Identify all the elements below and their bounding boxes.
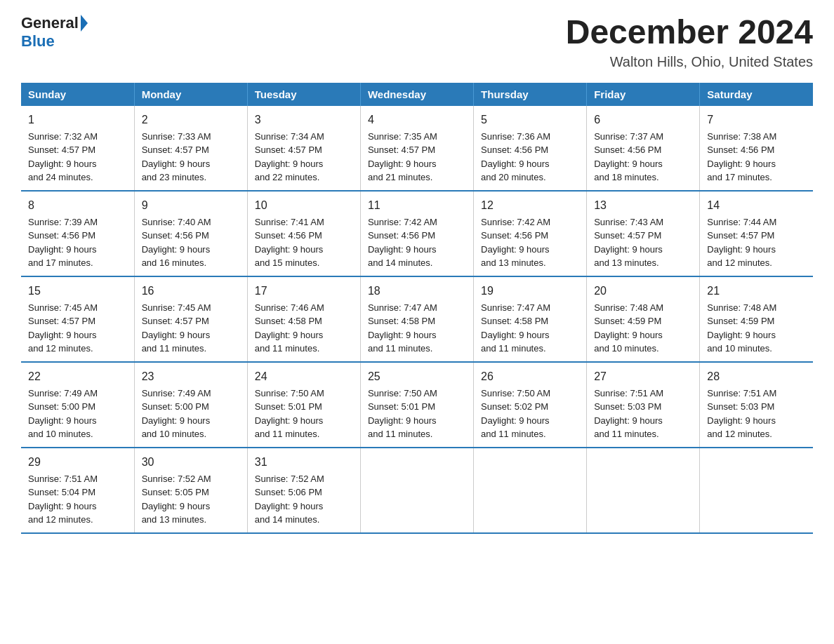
calendar-day-cell <box>587 448 700 533</box>
calendar-day-cell: 14Sunrise: 7:44 AMSunset: 4:57 PMDayligh… <box>700 191 813 276</box>
day-number: 3 <box>255 112 353 128</box>
day-info: Sunrise: 7:50 AMSunset: 5:01 PMDaylight:… <box>255 387 353 441</box>
weekday-header: Sunday <box>21 83 134 106</box>
day-info: Sunrise: 7:32 AMSunset: 4:57 PMDaylight:… <box>28 130 127 185</box>
day-number: 31 <box>255 454 353 471</box>
day-number: 16 <box>142 283 240 300</box>
day-number: 14 <box>707 197 806 214</box>
day-number: 22 <box>28 368 127 385</box>
day-info: Sunrise: 7:51 AMSunset: 5:04 PMDaylight:… <box>28 472 127 527</box>
calendar-week-row: 29Sunrise: 7:51 AMSunset: 5:04 PMDayligh… <box>21 448 813 533</box>
day-info: Sunrise: 7:49 AMSunset: 5:00 PMDaylight:… <box>28 387 127 441</box>
calendar-day-cell: 13Sunrise: 7:43 AMSunset: 4:57 PMDayligh… <box>587 191 700 276</box>
day-number: 18 <box>368 283 466 300</box>
day-info: Sunrise: 7:44 AMSunset: 4:57 PMDaylight:… <box>707 215 806 270</box>
day-number: 23 <box>142 368 240 385</box>
page-header: General Blue December 2024 Walton Hills,… <box>21 14 813 70</box>
day-number: 8 <box>28 197 127 214</box>
calendar-day-cell: 18Sunrise: 7:47 AMSunset: 4:58 PMDayligh… <box>360 276 473 362</box>
day-info: Sunrise: 7:51 AMSunset: 5:03 PMDaylight:… <box>594 387 692 441</box>
calendar-day-cell: 8Sunrise: 7:39 AMSunset: 4:56 PMDaylight… <box>21 191 134 276</box>
calendar-day-cell: 15Sunrise: 7:45 AMSunset: 4:57 PMDayligh… <box>21 276 134 362</box>
day-number: 28 <box>707 368 806 385</box>
calendar-day-cell <box>700 448 813 533</box>
day-number: 17 <box>255 283 353 300</box>
day-number: 26 <box>481 368 579 385</box>
day-info: Sunrise: 7:42 AMSunset: 4:56 PMDaylight:… <box>368 215 466 270</box>
calendar-day-cell: 2Sunrise: 7:33 AMSunset: 4:57 PMDaylight… <box>134 106 247 191</box>
calendar-day-cell: 19Sunrise: 7:47 AMSunset: 4:58 PMDayligh… <box>474 276 587 362</box>
day-number: 24 <box>255 368 353 385</box>
day-number: 12 <box>481 197 579 214</box>
weekday-header: Thursday <box>474 83 587 106</box>
day-number: 6 <box>594 112 692 128</box>
calendar-day-cell: 31Sunrise: 7:52 AMSunset: 5:06 PMDayligh… <box>247 448 360 533</box>
day-info: Sunrise: 7:41 AMSunset: 4:56 PMDaylight:… <box>255 215 353 270</box>
day-info: Sunrise: 7:48 AMSunset: 4:59 PMDaylight:… <box>594 301 692 356</box>
calendar-day-cell: 11Sunrise: 7:42 AMSunset: 4:56 PMDayligh… <box>360 191 473 276</box>
day-info: Sunrise: 7:38 AMSunset: 4:56 PMDaylight:… <box>707 130 806 185</box>
day-info: Sunrise: 7:37 AMSunset: 4:56 PMDaylight:… <box>594 130 692 185</box>
weekday-header: Monday <box>134 83 247 106</box>
day-info: Sunrise: 7:33 AMSunset: 4:57 PMDaylight:… <box>142 130 240 185</box>
logo-general-text: General <box>21 14 79 32</box>
calendar-day-cell: 21Sunrise: 7:48 AMSunset: 4:59 PMDayligh… <box>700 276 813 362</box>
weekday-header: Saturday <box>700 83 813 106</box>
weekday-header: Tuesday <box>247 83 360 106</box>
day-info: Sunrise: 7:40 AMSunset: 4:56 PMDaylight:… <box>142 215 240 270</box>
calendar-day-cell: 26Sunrise: 7:50 AMSunset: 5:02 PMDayligh… <box>474 362 587 448</box>
location-subtitle: Walton Hills, Ohio, United States <box>566 54 813 70</box>
calendar-day-cell: 28Sunrise: 7:51 AMSunset: 5:03 PMDayligh… <box>700 362 813 448</box>
weekday-header: Friday <box>587 83 700 106</box>
day-info: Sunrise: 7:36 AMSunset: 4:56 PMDaylight:… <box>481 130 579 185</box>
calendar-table: SundayMondayTuesdayWednesdayThursdayFrid… <box>21 83 813 534</box>
day-number: 19 <box>481 283 579 300</box>
day-number: 5 <box>481 112 579 128</box>
calendar-day-cell: 5Sunrise: 7:36 AMSunset: 4:56 PMDaylight… <box>474 106 587 191</box>
calendar-day-cell: 9Sunrise: 7:40 AMSunset: 4:56 PMDaylight… <box>134 191 247 276</box>
calendar-day-cell: 16Sunrise: 7:45 AMSunset: 4:57 PMDayligh… <box>134 276 247 362</box>
calendar-day-cell: 25Sunrise: 7:50 AMSunset: 5:01 PMDayligh… <box>360 362 473 448</box>
calendar-day-cell: 22Sunrise: 7:49 AMSunset: 5:00 PMDayligh… <box>21 362 134 448</box>
calendar-day-cell: 1Sunrise: 7:32 AMSunset: 4:57 PMDaylight… <box>21 106 134 191</box>
day-info: Sunrise: 7:49 AMSunset: 5:00 PMDaylight:… <box>142 387 240 441</box>
title-block: December 2024 Walton Hills, Ohio, United… <box>566 14 813 70</box>
day-info: Sunrise: 7:50 AMSunset: 5:01 PMDaylight:… <box>368 387 466 441</box>
day-info: Sunrise: 7:45 AMSunset: 4:57 PMDaylight:… <box>28 301 127 356</box>
day-info: Sunrise: 7:52 AMSunset: 5:05 PMDaylight:… <box>142 472 240 527</box>
calendar-week-row: 22Sunrise: 7:49 AMSunset: 5:00 PMDayligh… <box>21 362 813 448</box>
day-number: 29 <box>28 454 127 471</box>
calendar-day-cell: 20Sunrise: 7:48 AMSunset: 4:59 PMDayligh… <box>587 276 700 362</box>
calendar-day-cell: 24Sunrise: 7:50 AMSunset: 5:01 PMDayligh… <box>247 362 360 448</box>
day-info: Sunrise: 7:42 AMSunset: 4:56 PMDaylight:… <box>481 215 579 270</box>
calendar-day-cell: 17Sunrise: 7:46 AMSunset: 4:58 PMDayligh… <box>247 276 360 362</box>
day-number: 4 <box>368 112 466 128</box>
day-number: 21 <box>707 283 806 300</box>
calendar-day-cell: 6Sunrise: 7:37 AMSunset: 4:56 PMDaylight… <box>587 106 700 191</box>
day-number: 11 <box>368 197 466 214</box>
day-info: Sunrise: 7:46 AMSunset: 4:58 PMDaylight:… <box>255 301 353 356</box>
calendar-day-cell: 4Sunrise: 7:35 AMSunset: 4:57 PMDaylight… <box>360 106 473 191</box>
day-info: Sunrise: 7:43 AMSunset: 4:57 PMDaylight:… <box>594 215 692 270</box>
day-info: Sunrise: 7:45 AMSunset: 4:57 PMDaylight:… <box>142 301 240 356</box>
calendar-day-cell: 27Sunrise: 7:51 AMSunset: 5:03 PMDayligh… <box>587 362 700 448</box>
day-info: Sunrise: 7:35 AMSunset: 4:57 PMDaylight:… <box>368 130 466 185</box>
logo-arrow-icon <box>81 15 88 32</box>
day-number: 7 <box>707 112 806 128</box>
day-number: 25 <box>368 368 466 385</box>
calendar-week-row: 1Sunrise: 7:32 AMSunset: 4:57 PMDaylight… <box>21 106 813 191</box>
day-number: 30 <box>142 454 240 471</box>
day-info: Sunrise: 7:47 AMSunset: 4:58 PMDaylight:… <box>368 301 466 356</box>
day-info: Sunrise: 7:39 AMSunset: 4:56 PMDaylight:… <box>28 215 127 270</box>
calendar-day-cell: 30Sunrise: 7:52 AMSunset: 5:05 PMDayligh… <box>134 448 247 533</box>
calendar-day-cell: 23Sunrise: 7:49 AMSunset: 5:00 PMDayligh… <box>134 362 247 448</box>
day-number: 9 <box>142 197 240 214</box>
day-number: 10 <box>255 197 353 214</box>
calendar-day-cell <box>474 448 587 533</box>
day-info: Sunrise: 7:48 AMSunset: 4:59 PMDaylight:… <box>707 301 806 356</box>
calendar-week-row: 15Sunrise: 7:45 AMSunset: 4:57 PMDayligh… <box>21 276 813 362</box>
day-number: 20 <box>594 283 692 300</box>
calendar-day-cell: 3Sunrise: 7:34 AMSunset: 4:57 PMDaylight… <box>247 106 360 191</box>
day-number: 1 <box>28 112 127 128</box>
day-info: Sunrise: 7:47 AMSunset: 4:58 PMDaylight:… <box>481 301 579 356</box>
